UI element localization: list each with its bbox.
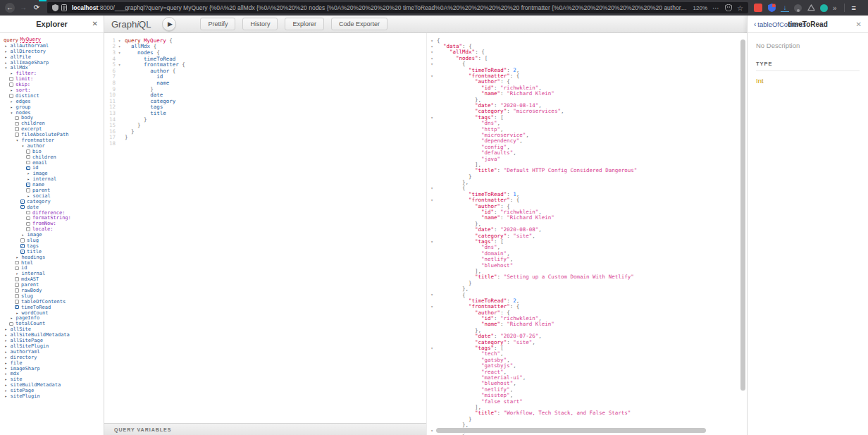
expand-arrow-icon[interactable]: ▸ <box>26 171 31 176</box>
explorer-node-allFile[interactable]: ▸allFile <box>0 54 104 60</box>
extension-icon-teal-circle[interactable] <box>820 4 828 12</box>
query-variables-bar[interactable]: QUERY VARIABLES <box>104 423 426 435</box>
explorer-node-parent[interactable]: parent <box>0 282 104 288</box>
collapse-arrow-icon[interactable]: ▾ <box>4 66 8 70</box>
explorer-node-mdx[interactable]: ▸mdx <box>0 371 104 376</box>
expand-arrow-icon[interactable]: ▸ <box>4 355 8 360</box>
explorer-node-frontmatter[interactable]: ▾frontmatter <box>0 137 104 143</box>
explorer-node-author[interactable]: ▾author <box>0 143 104 149</box>
checkbox-unchecked[interactable] <box>9 77 13 81</box>
explorer-node-body[interactable]: body <box>0 115 104 121</box>
checkbox-checked[interactable] <box>20 244 25 248</box>
explorer-node-allSite[interactable]: ▸allSite <box>0 326 104 332</box>
prettify-button[interactable]: Prettify <box>200 18 235 30</box>
explorer-node-excerpt[interactable]: excerpt <box>0 126 104 132</box>
collapse-arrow-icon[interactable]: ▾ <box>20 144 25 148</box>
extension-icon-download[interactable]: ↓ <box>781 4 789 12</box>
explorer-node-fileAbsolutePath[interactable]: fileAbsolutePath <box>0 132 104 137</box>
checkbox-unchecked[interactable] <box>26 216 30 221</box>
explorer-node-file[interactable]: ▸file <box>0 360 104 366</box>
extension-icon-dark-circle[interactable] <box>794 4 802 12</box>
expand-arrow-icon[interactable]: ▸ <box>9 88 14 92</box>
explorer-node-slug[interactable]: slug <box>0 293 104 299</box>
back-button[interactable]: ← <box>5 3 15 13</box>
explorer-node-skip[interactable]: skip: <box>0 82 104 87</box>
fold-toggle-icon[interactable]: ▾ <box>427 304 437 309</box>
expand-arrow-icon[interactable]: ▸ <box>4 338 8 343</box>
explorer-node-edges[interactable]: ▸edges <box>0 99 104 104</box>
explorer-node-headings[interactable]: ▸headings <box>0 255 104 260</box>
expand-arrow-icon[interactable]: ▸ <box>15 271 20 276</box>
explorer-node-allAuthorYaml[interactable]: ▸allAuthorYaml <box>0 43 104 49</box>
expand-arrow-icon[interactable]: ▸ <box>4 44 8 48</box>
checkbox-unchecked[interactable] <box>26 149 30 154</box>
explorer-node-date[interactable]: date <box>0 204 104 210</box>
expand-arrow-icon[interactable]: ▸ <box>4 49 8 54</box>
expand-arrow-icon[interactable]: ▸ <box>4 372 8 376</box>
expand-arrow-icon[interactable]: ▸ <box>9 71 14 75</box>
explorer-node-sort[interactable]: ▸sort: <box>0 87 104 93</box>
explorer-node-email[interactable]: email <box>0 160 104 166</box>
fold-toggle-icon[interactable]: ▾ <box>427 239 437 244</box>
expand-arrow-icon[interactable]: ▸ <box>15 255 20 259</box>
checkbox-unchecked[interactable] <box>20 238 25 243</box>
explorer-node-totalCount[interactable]: totalCount <box>0 321 104 326</box>
explorer-node-allImageSharp[interactable]: ▸allImageSharp <box>0 60 104 66</box>
explorer-node-parent[interactable]: parent <box>0 188 104 193</box>
explorer-node-allSitePage[interactable]: ▸allSitePage <box>0 338 104 343</box>
fold-toggle-icon[interactable]: ▾ <box>427 44 437 49</box>
explorer-node-wordCount[interactable]: ▸wordCount <box>0 310 104 316</box>
url-bar[interactable]: localhost:8000/___graphql?query=query My… <box>47 2 748 13</box>
expand-arrow-icon[interactable]: ▸ <box>9 316 14 320</box>
fold-toggle-icon[interactable]: ▾ <box>427 73 437 78</box>
explorer-close-icon[interactable]: ✕ <box>92 20 98 27</box>
checkbox-unchecked[interactable] <box>26 161 30 165</box>
checkbox-unchecked[interactable] <box>26 222 30 226</box>
result-vertical-scrollbar[interactable] <box>740 39 745 391</box>
expand-arrow-icon[interactable]: ▸ <box>26 194 31 198</box>
collapse-arrow-icon[interactable]: ▾ <box>15 138 20 142</box>
url-input[interactable]: localhost:8000/___graphql?query=query My… <box>72 4 688 11</box>
bookmark-star-icon[interactable]: ☆ <box>737 4 743 12</box>
explorer-node-internal[interactable]: ▸internal <box>0 176 104 182</box>
checkbox-unchecked[interactable] <box>15 133 19 137</box>
editor-code[interactable]: query MyQuery { allMdx { nodes { timeToR… <box>125 33 426 423</box>
explorer-node-rawBody[interactable]: rawBody <box>0 288 104 293</box>
explorer-node-internal[interactable]: ▸internal <box>0 271 104 276</box>
result-pane[interactable]: ▾{▾"data": {▾"allMdx": {▾"nodes": [▾{"ti… <box>426 33 747 435</box>
explorer-node-timeToRead[interactable]: timeToRead <box>0 305 104 310</box>
explorer-node-id[interactable]: id <box>0 165 104 171</box>
explorer-button[interactable]: Explorer <box>285 18 324 30</box>
explorer-node-locale[interactable]: locale: <box>0 226 104 232</box>
explorer-node-slug[interactable]: slug <box>0 238 104 243</box>
fold-toggle-icon[interactable]: ▾ <box>116 50 123 55</box>
explorer-node-sitePage[interactable]: ▸sitePage <box>0 388 104 393</box>
explorer-node-children[interactable]: children <box>0 154 104 160</box>
explorer-node-distinct[interactable]: distinct <box>0 93 104 99</box>
explorer-node-authorYaml[interactable]: ▸authorYaml <box>0 349 104 355</box>
expand-arrow-icon[interactable]: ▸ <box>4 350 8 354</box>
code-exporter-button[interactable]: Code Exporter <box>331 18 388 30</box>
checkbox-checked[interactable] <box>26 183 30 187</box>
checkbox-checked[interactable] <box>26 166 30 171</box>
collapse-arrow-icon[interactable]: ▾ <box>9 111 14 115</box>
expand-arrow-icon[interactable]: ▸ <box>4 61 8 65</box>
expand-arrow-icon[interactable]: ▸ <box>26 177 31 181</box>
forward-button[interactable]: → <box>18 3 28 13</box>
expand-arrow-icon[interactable]: ▸ <box>20 233 25 237</box>
expand-arrow-icon[interactable]: ▸ <box>4 383 8 387</box>
doc-back-link[interactable]: ‹ tableOfContents <box>754 20 806 28</box>
zoom-level-indicator[interactable]: 120% <box>693 5 707 11</box>
expand-arrow-icon[interactable]: ▸ <box>4 55 8 59</box>
explorer-node-image[interactable]: ▸image <box>0 171 104 176</box>
expand-arrow-icon[interactable]: ▸ <box>9 99 14 104</box>
explorer-node-site[interactable]: ▸site <box>0 376 104 382</box>
checkbox-unchecked[interactable] <box>15 127 19 131</box>
explorer-node-difference[interactable]: difference: <box>0 210 104 216</box>
explorer-node-category[interactable]: category <box>0 199 104 204</box>
fold-toggle-icon[interactable]: ▾ <box>116 44 123 49</box>
explorer-node-children[interactable]: children <box>0 121 104 126</box>
doc-close-icon[interactable]: ✕ <box>856 20 862 28</box>
explorer-node-social[interactable]: ▸social <box>0 193 104 199</box>
execute-query-button[interactable]: ▶ <box>162 17 176 31</box>
